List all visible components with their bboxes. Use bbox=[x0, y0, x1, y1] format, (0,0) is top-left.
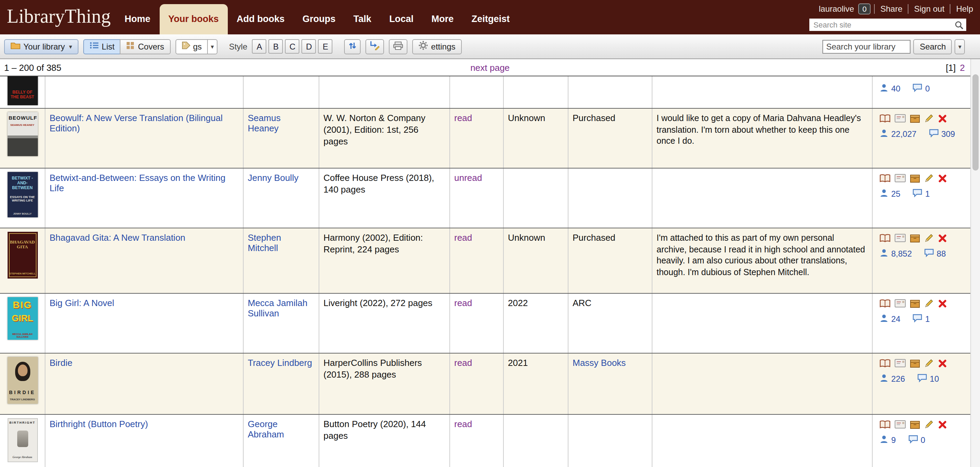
edit-pencil-icon[interactable] bbox=[924, 113, 934, 123]
edit-pencil-icon[interactable] bbox=[924, 358, 934, 368]
read-status-link[interactable]: read bbox=[454, 113, 472, 123]
book-title-link[interactable]: Birthright (Button Poetry) bbox=[49, 419, 148, 429]
edit-sort-button[interactable] bbox=[366, 39, 384, 54]
conversations-count-link[interactable]: 0 bbox=[908, 435, 925, 446]
members-count-link[interactable]: 8,852 bbox=[880, 248, 912, 259]
library-search-options-arrow[interactable]: ▾ bbox=[955, 39, 965, 54]
conversations-count-link[interactable]: 1 bbox=[913, 189, 930, 199]
box-icon[interactable] bbox=[910, 420, 920, 429]
print-button[interactable] bbox=[389, 39, 408, 54]
book-cover-thumbnail[interactable]: BETWIXT -AND- BETWEEN ESSAYS ON THE WRIT… bbox=[7, 172, 38, 217]
conversations-count-link[interactable]: 10 bbox=[917, 373, 939, 384]
nav-tab-local[interactable]: Local bbox=[380, 4, 423, 34]
read-status-link[interactable]: read bbox=[454, 419, 472, 429]
box-icon[interactable] bbox=[910, 234, 920, 243]
edit-pencil-icon[interactable] bbox=[924, 419, 934, 429]
members-count-link[interactable]: 9 bbox=[880, 435, 896, 446]
members-count-link[interactable]: 24 bbox=[880, 314, 900, 325]
book-title-link[interactable]: Birdie bbox=[49, 357, 73, 368]
book-cover-thumbnail[interactable]: BEOWULF SEAMUS HEANEY bbox=[7, 112, 38, 156]
card-icon[interactable] bbox=[895, 420, 906, 429]
site-logo[interactable]: LibraryThing bbox=[7, 5, 111, 27]
box-icon[interactable] bbox=[910, 299, 920, 308]
conversations-count-link[interactable]: 309 bbox=[929, 129, 955, 140]
card-icon[interactable] bbox=[895, 299, 906, 307]
book-icon[interactable] bbox=[880, 174, 891, 183]
style-button-c[interactable]: C bbox=[285, 39, 300, 54]
page-2-link[interactable]: 2 bbox=[960, 62, 965, 73]
nav-tab-groups[interactable]: Groups bbox=[294, 4, 344, 34]
scrollbar-thumb[interactable] bbox=[972, 74, 978, 171]
style-button-a[interactable]: A bbox=[252, 39, 267, 54]
remove-x-icon[interactable] bbox=[938, 420, 947, 429]
style-button-b[interactable]: B bbox=[269, 39, 283, 54]
box-icon[interactable] bbox=[910, 174, 920, 183]
book-cover-thumbnail[interactable]: BIG GIRL MECCA JAMILAH SULLIVAN bbox=[7, 297, 38, 340]
book-author-link[interactable]: Tracey Lindberg bbox=[248, 357, 312, 368]
card-icon[interactable] bbox=[895, 114, 906, 122]
book-author-link[interactable]: Stephen Mitchell bbox=[248, 232, 281, 253]
library-search-input[interactable] bbox=[823, 40, 911, 53]
conversations-count-link[interactable]: 88 bbox=[924, 248, 946, 259]
book-icon[interactable] bbox=[880, 114, 891, 123]
edit-pencil-icon[interactable] bbox=[924, 299, 934, 308]
nav-tab-more[interactable]: More bbox=[423, 4, 463, 34]
list-view-button[interactable]: List bbox=[83, 39, 121, 54]
members-count-link[interactable]: 25 bbox=[880, 189, 900, 199]
book-author-link[interactable]: Mecca Jamilah Sullivan bbox=[248, 298, 307, 318]
card-icon[interactable] bbox=[895, 174, 906, 182]
book-cover-thumbnail[interactable]: BELLY OF THE BEAST bbox=[7, 76, 38, 105]
search-icon[interactable] bbox=[955, 20, 964, 29]
username-link[interactable]: lauraolive bbox=[819, 4, 854, 14]
site-search-input[interactable] bbox=[812, 20, 955, 30]
members-count-link[interactable]: 226 bbox=[880, 373, 905, 384]
members-count-link[interactable]: 40 bbox=[880, 83, 900, 94]
book-cover-thumbnail[interactable]: BIRTHRIGHT George Abraham bbox=[7, 418, 38, 462]
book-icon[interactable] bbox=[880, 299, 891, 308]
book-icon[interactable] bbox=[880, 420, 891, 429]
nav-tab-add-books[interactable]: Add books bbox=[228, 4, 294, 34]
your-library-dropdown[interactable]: Your library ▾ bbox=[4, 39, 78, 54]
nav-tab-zeitgeist[interactable]: Zeitgeist bbox=[463, 4, 519, 34]
tags-dropdown-arrow[interactable]: ▾ bbox=[207, 39, 217, 54]
nav-tab-your-books[interactable]: Your books bbox=[159, 4, 228, 34]
tags-dropdown[interactable]: gs bbox=[175, 39, 208, 54]
remove-x-icon[interactable] bbox=[938, 114, 947, 123]
book-cover-thumbnail[interactable]: BHAGAVAD GITA STEPHEN MITCHELL bbox=[7, 232, 38, 278]
book-icon[interactable] bbox=[880, 234, 891, 243]
box-icon[interactable] bbox=[910, 114, 920, 123]
covers-view-button[interactable]: Covers bbox=[120, 39, 170, 54]
conversations-count-link[interactable]: 0 bbox=[913, 83, 930, 94]
book-title-link[interactable]: Big Girl: A Novel bbox=[49, 298, 114, 308]
sort-button[interactable] bbox=[344, 39, 361, 54]
book-cover-thumbnail[interactable]: BIRDIE TRACEY LINDBERG bbox=[7, 357, 38, 404]
book-title-link[interactable]: Beowulf: A New Verse Translation (Biling… bbox=[49, 113, 223, 133]
book-icon[interactable] bbox=[880, 359, 891, 368]
book-author-link[interactable]: George Abraham bbox=[248, 419, 284, 440]
remove-x-icon[interactable] bbox=[938, 299, 947, 308]
settings-button[interactable]: ettings bbox=[412, 39, 462, 54]
card-icon[interactable] bbox=[895, 359, 906, 367]
conversations-count-link[interactable]: 1 bbox=[913, 314, 930, 325]
book-title-link[interactable]: Betwixt-and-Between: Essays on the Writi… bbox=[49, 173, 225, 193]
edit-pencil-icon[interactable] bbox=[924, 233, 934, 243]
box-icon[interactable] bbox=[910, 359, 920, 368]
edit-pencil-icon[interactable] bbox=[924, 173, 934, 183]
read-status-link[interactable]: read bbox=[454, 232, 472, 243]
read-status-link[interactable]: unread bbox=[454, 173, 482, 183]
read-status-link[interactable]: read bbox=[454, 298, 472, 308]
members-count-link[interactable]: 22,027 bbox=[880, 129, 916, 140]
remove-x-icon[interactable] bbox=[938, 234, 947, 243]
header-link-share[interactable]: Share bbox=[874, 4, 908, 14]
library-search-button[interactable]: Search bbox=[913, 39, 952, 54]
nav-tab-talk[interactable]: Talk bbox=[344, 4, 380, 34]
inbox-count-badge[interactable]: 0 bbox=[858, 3, 870, 14]
header-link-sign-out[interactable]: Sign out bbox=[908, 4, 950, 14]
book-author-link[interactable]: Seamus Heaney bbox=[248, 113, 280, 133]
read-status-link[interactable]: read bbox=[454, 357, 472, 368]
vertical-scrollbar[interactable] bbox=[970, 59, 980, 467]
book-title-link[interactable]: Bhagavad Gita: A New Translation bbox=[49, 232, 186, 243]
style-button-e[interactable]: E bbox=[318, 39, 333, 54]
remove-x-icon[interactable] bbox=[938, 359, 947, 368]
header-link-help[interactable]: Help bbox=[950, 4, 973, 14]
